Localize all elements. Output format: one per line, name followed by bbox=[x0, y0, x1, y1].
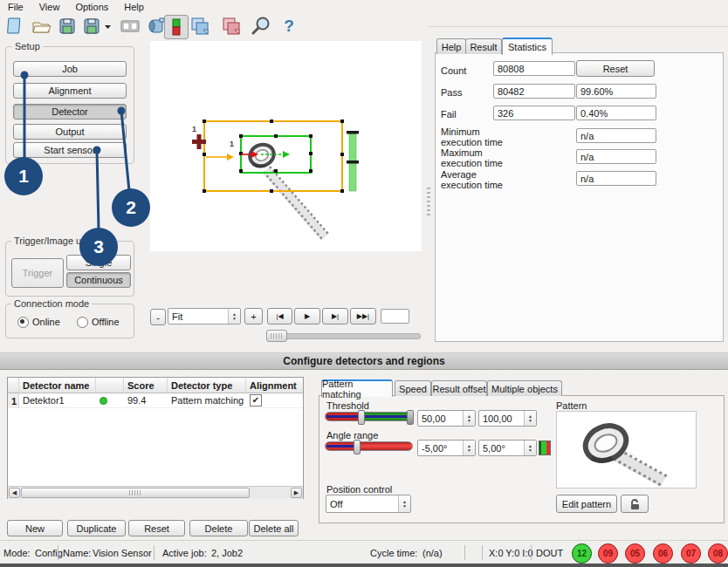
threshold-high-spin[interactable]: 100,00 ▲▼ bbox=[478, 410, 537, 427]
alignment-button[interactable]: Alignment bbox=[13, 83, 127, 99]
position-control-combo[interactable]: Off ▲▼ bbox=[326, 495, 411, 513]
open-button[interactable] bbox=[30, 15, 52, 38]
detector-table[interactable]: Detector name Score Detector type Alignm… bbox=[7, 377, 304, 499]
panel-splitter[interactable] bbox=[427, 188, 430, 217]
pass-pct-field: 99.60% bbox=[576, 84, 656, 99]
combo-arrows-icon[interactable]: ▲▼ bbox=[398, 495, 410, 512]
delete-detector-button[interactable]: Delete bbox=[189, 520, 248, 536]
delete-all-button[interactable]: Delete all bbox=[249, 520, 299, 536]
frame-slider-track[interactable] bbox=[266, 333, 421, 339]
job-button[interactable]: Job bbox=[13, 61, 127, 77]
offline-radio[interactable] bbox=[77, 317, 88, 328]
angle-low-spin[interactable]: -5,00° ▲▼ bbox=[417, 440, 476, 456]
col-detector-type[interactable]: Detector type bbox=[168, 378, 246, 393]
pass-field[interactable]: 80482 bbox=[493, 84, 575, 99]
scroll-left-icon[interactable]: ◀ bbox=[9, 488, 20, 498]
col-status[interactable] bbox=[96, 378, 124, 393]
threshold-high-handle[interactable] bbox=[407, 410, 414, 425]
save-as-button[interactable] bbox=[82, 15, 113, 38]
alignment-checkbox[interactable]: ✔ bbox=[250, 394, 262, 406]
menu-bar: File View Options Help bbox=[0, 0, 728, 13]
detector-type-cell: Pattern matching bbox=[168, 393, 246, 408]
simulate-fail-button[interactable] bbox=[220, 15, 243, 38]
detector-name-cell[interactable]: Detektor1 bbox=[19, 393, 96, 408]
scroll-right-icon[interactable]: ▶ bbox=[291, 488, 302, 498]
xyi-value: X:0 Y:0 I:0 bbox=[489, 548, 533, 558]
threshold-low-spin[interactable]: 50,00 ▲▼ bbox=[417, 410, 476, 427]
start-sensor-button[interactable]: Start sensor bbox=[13, 142, 127, 158]
spin-arrows-icon[interactable]: ▲▼ bbox=[524, 441, 536, 455]
window-red-icon bbox=[221, 16, 242, 37]
reset-statistics-button[interactable]: Reset bbox=[576, 60, 655, 77]
nav-play-button[interactable]: ▶ bbox=[294, 308, 320, 324]
save-button[interactable] bbox=[56, 15, 79, 38]
configure-title: Configure detectors and regions bbox=[283, 355, 444, 367]
online-radio[interactable] bbox=[17, 317, 29, 328]
tab-statistics[interactable]: Statistics bbox=[502, 38, 553, 55]
spin-arrows-icon[interactable]: ▲▼ bbox=[463, 441, 475, 455]
fail-field[interactable]: 326 bbox=[493, 106, 575, 120]
vision-sensor-window: File View Options Help ? Setup Job Align… bbox=[0, 0, 728, 567]
simulate-pass-button[interactable] bbox=[189, 15, 211, 38]
table-hscrollbar[interactable]: ◀ ▶ bbox=[8, 486, 303, 499]
tab-speed[interactable]: Speed bbox=[395, 380, 431, 396]
trigger-button[interactable]: Trigger bbox=[11, 258, 64, 288]
spin-arrows-icon[interactable]: ▲▼ bbox=[463, 411, 475, 426]
frame-number-field[interactable] bbox=[381, 309, 409, 324]
threshold-slider[interactable] bbox=[325, 412, 413, 421]
tab-help[interactable]: Help bbox=[436, 38, 466, 54]
image-gallery-button[interactable] bbox=[119, 15, 141, 38]
zoom-fit-combo[interactable]: Fit ▲▼ bbox=[168, 308, 241, 324]
combo-arrows-icon[interactable]: ▲▼ bbox=[228, 309, 240, 324]
nav-last-button[interactable]: ▶▶| bbox=[350, 308, 376, 324]
menu-file[interactable]: File bbox=[0, 1, 31, 13]
dout-indicator-12: 12 bbox=[572, 543, 592, 564]
tab-pattern-matching[interactable]: Pattern matching bbox=[321, 379, 393, 397]
mode-value: Config bbox=[35, 548, 63, 558]
angle-high-value: 5,00° bbox=[479, 441, 524, 455]
help-button[interactable]: ? bbox=[278, 15, 300, 38]
menu-help[interactable]: Help bbox=[116, 1, 152, 13]
scrollbar-thumb[interactable] bbox=[21, 488, 250, 498]
spin-arrows-icon[interactable]: ▲▼ bbox=[524, 411, 536, 426]
lock-pattern-button[interactable] bbox=[621, 495, 649, 513]
angle-status-indicator bbox=[539, 441, 551, 455]
menu-view[interactable]: View bbox=[31, 1, 68, 13]
continuous-button[interactable]: Continuous bbox=[66, 272, 131, 288]
threshold-low-handle[interactable] bbox=[358, 410, 365, 425]
status-bar: Mode: Config Name: Vision Sensor Active … bbox=[0, 540, 728, 564]
threshold-low-value: 50,00 bbox=[418, 411, 463, 426]
pass-dot-icon bbox=[100, 397, 107, 405]
col-alignment[interactable]: Alignment bbox=[246, 378, 303, 393]
edit-pattern-button[interactable]: Edit pattern bbox=[556, 495, 617, 513]
new-detector-button[interactable]: New bbox=[7, 520, 63, 536]
zoom-tool-button[interactable] bbox=[250, 15, 272, 38]
live-image-button[interactable] bbox=[164, 15, 189, 39]
tab-result[interactable]: Result bbox=[465, 38, 502, 54]
name-value: Vision Sensor bbox=[93, 548, 152, 558]
output-button[interactable]: Output bbox=[13, 124, 127, 140]
zoom-out-button[interactable]: - bbox=[150, 309, 166, 325]
frame-slider-handle[interactable] bbox=[266, 330, 287, 342]
image-canvas[interactable]: 1 1 bbox=[150, 41, 422, 251]
roi-label-2: 1 bbox=[230, 140, 234, 148]
col-score[interactable]: Score bbox=[124, 378, 168, 393]
duplicate-detector-button[interactable]: Duplicate bbox=[67, 520, 126, 536]
nav-next-button[interactable]: ▶| bbox=[322, 308, 348, 324]
count-field[interactable]: 80808 bbox=[493, 61, 575, 76]
detector-button[interactable]: Detector bbox=[13, 104, 127, 120]
angle-handle[interactable] bbox=[354, 440, 361, 454]
score-cell: 99.4 bbox=[124, 393, 168, 408]
tab-result-offset[interactable]: Result offset bbox=[431, 380, 487, 396]
new-image-button[interactable] bbox=[3, 15, 26, 38]
zoom-in-button[interactable]: + bbox=[244, 308, 263, 324]
position-control-label: Position control bbox=[326, 484, 392, 495]
tab-multiple-objects[interactable]: Multiple objects bbox=[487, 380, 562, 396]
col-detector-name[interactable]: Detector name bbox=[19, 378, 96, 393]
angle-high-spin[interactable]: 5,00° ▲▼ bbox=[478, 440, 537, 456]
nav-first-button[interactable]: |◀ bbox=[267, 308, 292, 324]
reset-detector-button[interactable]: Reset bbox=[128, 520, 185, 536]
angle-range-slider[interactable] bbox=[325, 441, 413, 451]
menu-options[interactable]: Options bbox=[67, 1, 116, 13]
position-control-value: Off bbox=[326, 495, 398, 512]
